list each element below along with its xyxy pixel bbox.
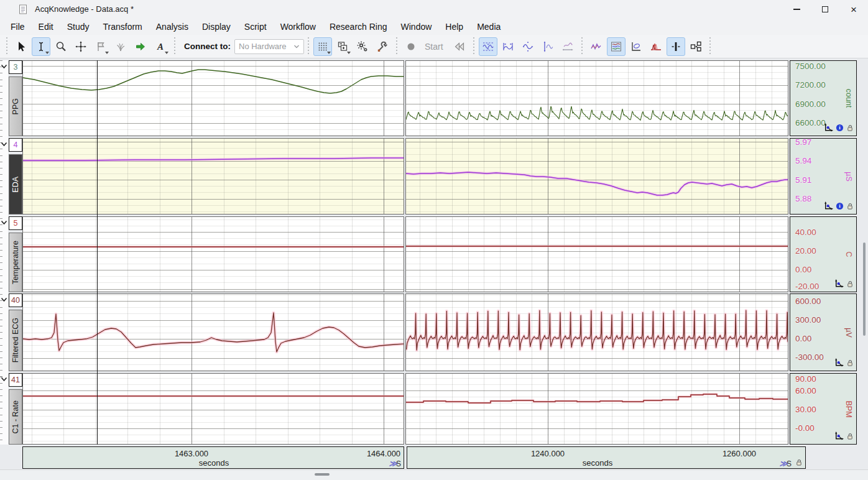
toolbar-separator: [173, 37, 176, 56]
menu-help[interactable]: Help: [438, 20, 470, 34]
temperature-scale-box[interactable]: 40.0020.000.00-20.00C: [790, 216, 857, 292]
scale-axis-icon[interactable]: [834, 279, 844, 290]
channel-tab-ppg[interactable]: PPG: [9, 76, 22, 136]
ppg-left-pane[interactable]: [22, 60, 404, 136]
close-button[interactable]: ×: [839, 0, 868, 19]
menu-window[interactable]: Window: [394, 20, 439, 34]
collapse-channel-temperature-chevron[interactable]: [0, 217, 9, 224]
channel-number-ppg[interactable]: 3: [9, 60, 22, 74]
channel-tab-c1-rate[interactable]: C1 - Rate: [9, 389, 22, 445]
menu-script[interactable]: Script: [238, 20, 274, 34]
channel-tab-label: PPG: [11, 98, 20, 114]
filtered-ecg-right-pane[interactable]: [405, 293, 788, 371]
channel-number-label: 41: [11, 376, 20, 384]
info-icon[interactable]: i: [836, 201, 844, 213]
record-button[interactable]: [402, 37, 420, 56]
duplicate-window-button[interactable]: [333, 37, 352, 56]
menu-transform[interactable]: Transform: [96, 20, 149, 34]
temperature-left-pane[interactable]: [22, 216, 404, 292]
scale-axis-icon[interactable]: [834, 358, 844, 369]
time-axis-right[interactable]: 1240.000 1260.000 seconds ≫S: [407, 446, 806, 469]
c1-rate-right-pane[interactable]: [405, 373, 788, 445]
connect-to-dropdown[interactable]: No Hardware: [234, 39, 304, 54]
selection-cursor-line: [97, 60, 98, 445]
collapse-channel-ppg-chevron[interactable]: [0, 61, 9, 68]
channel-number-filtered-ecg[interactable]: 40: [9, 293, 22, 307]
channel-tab-filtered-ecg[interactable]: Filtered ECG: [9, 310, 22, 371]
menu-media[interactable]: Media: [470, 20, 507, 34]
scale-icon-group: i: [823, 201, 854, 213]
maximize-button[interactable]: [811, 0, 839, 19]
vertical-scale-button[interactable]: [538, 37, 557, 56]
filtered-ecg-scale-box[interactable]: 600.00300.000.00-300.00µV: [790, 293, 857, 371]
autoscale-waveform-button[interactable]: [479, 37, 497, 56]
event-mark-button[interactable]: [111, 37, 130, 56]
combo-chevron-icon: [293, 44, 300, 49]
c1-rate-left-pane[interactable]: [22, 373, 404, 445]
ibeam-select-button[interactable]: [32, 37, 50, 56]
start-button-label[interactable]: Start: [425, 42, 443, 52]
scale-axis-icon[interactable]: [823, 201, 833, 213]
c1-rate-scale-box[interactable]: 90.0060.0030.00-0.00BPM: [790, 373, 857, 445]
minimize-button[interactable]: [782, 0, 811, 19]
vertical-scale-icon: [542, 40, 554, 53]
scale-axis-icon[interactable]: [834, 432, 844, 443]
hardware-tools-button[interactable]: [373, 37, 392, 56]
split-view-button[interactable]: [667, 37, 685, 56]
horizontal-scale-button[interactable]: [558, 37, 577, 56]
ppg-right-pane[interactable]: [405, 60, 788, 136]
eda-left-pane[interactable]: [22, 138, 404, 215]
autoscale-all-button[interactable]: [519, 37, 537, 56]
menu-workflow[interactable]: Workflow: [274, 20, 323, 34]
xy-mode-button[interactable]: [627, 37, 645, 56]
lock-icon[interactable]: [846, 358, 854, 369]
chart-mode-button[interactable]: [607, 37, 626, 56]
tile-windows-button[interactable]: [686, 37, 705, 56]
rewind-button[interactable]: [450, 37, 469, 56]
overlap-mode-button[interactable]: [647, 37, 665, 56]
collapse-channel-c1-rate-chevron[interactable]: [0, 374, 9, 381]
scope-mode-button[interactable]: [587, 37, 606, 56]
menu-display[interactable]: Display: [195, 20, 238, 34]
channel-number-temperature[interactable]: 5: [9, 216, 22, 230]
lock-icon[interactable]: [846, 279, 854, 290]
ppg-scale-box[interactable]: 7500.007200.006900.006600.00counti: [790, 60, 857, 136]
lock-icon[interactable]: [795, 458, 803, 468]
grid-dots-button[interactable]: [313, 37, 332, 56]
time-scale-icon[interactable]: ≫S: [389, 459, 401, 468]
text-annotation-button[interactable]: A: [151, 37, 170, 56]
menu-edit[interactable]: Edit: [32, 20, 60, 34]
channel-tab-eda[interactable]: EDA: [9, 154, 22, 215]
time-axis-left[interactable]: 1463.000 1464.000 seconds ≫S: [22, 446, 404, 469]
vertical-scrollbar-thumb[interactable]: [863, 242, 866, 336]
flag-marker-button[interactable]: [91, 37, 110, 56]
horizontal-scrollbar-thumb[interactable]: [315, 473, 330, 476]
cursor-arrow-button[interactable]: [12, 37, 30, 56]
lock-icon[interactable]: [846, 123, 854, 134]
eda-scale-box[interactable]: 5.975.945.915.88µSi: [790, 138, 857, 215]
menu-analysis[interactable]: Analysis: [149, 20, 195, 34]
filtered-ecg-left-pane[interactable]: [22, 293, 404, 371]
menu-research-ring[interactable]: Research Ring: [323, 20, 394, 34]
autoscale-horizontal-icon: [502, 40, 514, 53]
info-icon[interactable]: i: [836, 123, 844, 134]
bottom-scroll-strip: [0, 469, 868, 480]
lock-icon[interactable]: [846, 201, 854, 213]
zoom-button[interactable]: [52, 37, 70, 56]
menu-study[interactable]: Study: [60, 20, 96, 34]
channel-number-eda[interactable]: 4: [9, 138, 22, 152]
menu-file[interactable]: File: [4, 20, 32, 34]
autoscale-horizontal-button[interactable]: [499, 37, 517, 56]
temperature-right-pane[interactable]: [405, 216, 788, 292]
scale-axis-icon[interactable]: [823, 123, 833, 134]
lock-icon[interactable]: [846, 432, 854, 443]
crosshair-move-button[interactable]: [72, 37, 90, 56]
gears-button[interactable]: [353, 37, 372, 56]
channel-number-c1-rate[interactable]: 41: [9, 373, 22, 387]
collapse-channel-eda-chevron[interactable]: [0, 139, 9, 146]
eda-right-pane[interactable]: [405, 138, 788, 215]
time-scale-icon[interactable]: ≫S: [779, 459, 792, 468]
channel-tab-temperature[interactable]: Temperature: [9, 233, 22, 292]
green-arrow-button[interactable]: [131, 37, 150, 56]
collapse-channel-filtered-ecg-chevron[interactable]: [0, 294, 9, 302]
